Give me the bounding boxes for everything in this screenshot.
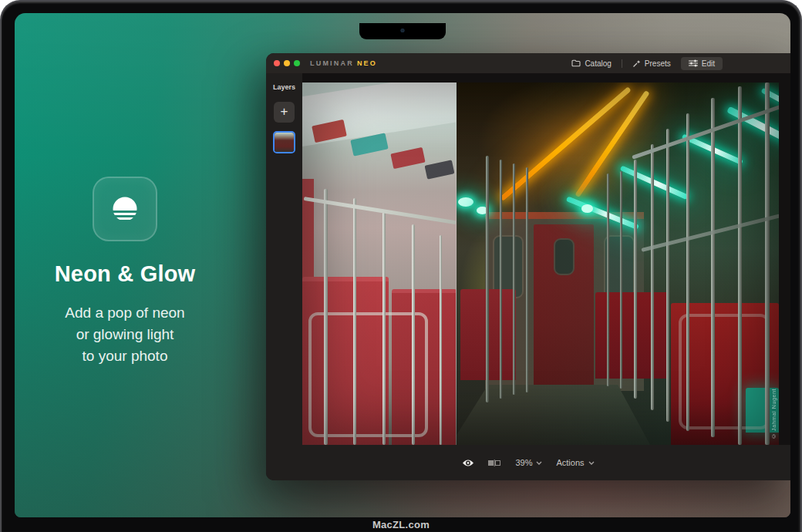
layers-panel: Layers + [266, 73, 302, 445]
pole [620, 171, 622, 389]
status-bar: 39% Actions [266, 445, 790, 480]
feature-description: Add a pop of neon or glowing light to yo… [36, 302, 214, 367]
pole [486, 156, 489, 402]
titlebar: LUMINARNEO Catalog [266, 53, 790, 73]
neon-tip-glow [458, 197, 473, 207]
webcam-dot [401, 29, 405, 32]
add-layer-button[interactable]: + [274, 102, 295, 123]
eye-icon [462, 459, 474, 467]
layer-thumbnail-selected[interactable] [273, 131, 295, 153]
feature-title: Neon & Glow [36, 261, 214, 287]
logo-neo: NEO [357, 59, 377, 67]
tab-edit[interactable]: Edit [681, 57, 723, 70]
compare-icon [488, 460, 501, 466]
logo-luminar: LUMINAR [310, 59, 354, 67]
pole [738, 86, 742, 445]
sliders-icon [689, 59, 698, 67]
neon-glow-app-icon [93, 177, 157, 241]
pole [526, 167, 528, 392]
actions-label: Actions [556, 458, 584, 467]
preview-toggle[interactable] [462, 459, 474, 467]
promo-image: Neon & Glow Add a pop of neon or glowing… [0, 0, 802, 532]
seat-rail [679, 314, 770, 429]
app-logo: LUMINARNEO [310, 59, 377, 67]
pole [686, 113, 689, 431]
display-notch [359, 23, 446, 39]
mode-tabs: Catalog Presets [568, 56, 723, 70]
pole [607, 173, 609, 386]
layers-panel-label: Layers [266, 83, 302, 91]
watermark: MacZL.com [2, 519, 800, 530]
photo-preview[interactable]: © Jahmal Nugent [302, 82, 779, 445]
zoom-control[interactable]: 39% [515, 458, 542, 467]
pole [711, 98, 715, 437]
tab-presets[interactable]: Presets [629, 57, 674, 70]
pole [666, 129, 669, 422]
edit-canvas: © Jahmal Nugent [302, 73, 790, 445]
zoom-level: 39% [515, 458, 532, 467]
laptop-frame: Neon & Glow Add a pop of neon or glowing… [0, 0, 802, 532]
feature-panel: Neon & Glow Add a pop of neon or glowing… [36, 177, 214, 367]
screen: Neon & Glow Add a pop of neon or glowing… [15, 13, 790, 517]
photo-before-section [302, 82, 457, 445]
plus-icon: + [281, 104, 288, 119]
photo-credit: © Jahmal Nugent [771, 389, 777, 439]
neon-tip-glow [581, 204, 593, 213]
pole [651, 144, 654, 410]
wand-icon [632, 59, 641, 68]
chevron-down-icon [588, 461, 595, 465]
folder-icon [571, 59, 581, 67]
sunset-icon [107, 191, 143, 227]
maximize-button[interactable] [294, 60, 300, 66]
tab-divider [622, 59, 622, 68]
luminar-neo-window: LUMINARNEO Catalog [266, 53, 790, 480]
chevron-down-icon [536, 461, 542, 465]
pole [634, 160, 637, 399]
pole [513, 163, 515, 395]
pole [500, 160, 502, 399]
tab-catalog[interactable]: Catalog [568, 57, 614, 70]
compare-toggle[interactable] [488, 460, 501, 466]
pole [765, 82, 770, 445]
actions-menu[interactable]: Actions [556, 458, 594, 467]
layer-thumbnail-image [275, 133, 294, 152]
minimize-button[interactable] [284, 60, 290, 66]
before-wash [302, 82, 456, 445]
close-button[interactable] [274, 60, 280, 66]
